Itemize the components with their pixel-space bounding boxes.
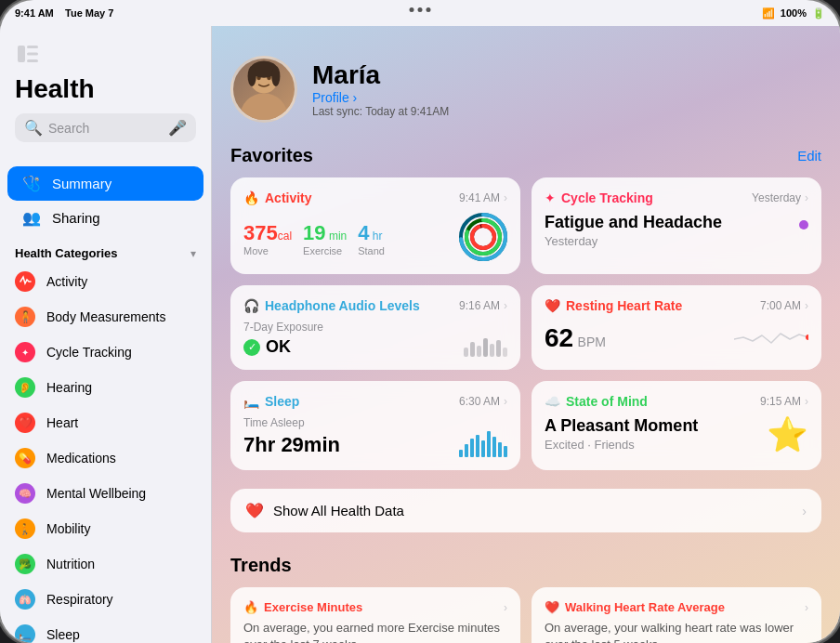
category-respiratory[interactable]: 🫁 Respiratory (0, 582, 211, 617)
category-heart[interactable]: ❤️ Heart (0, 405, 211, 440)
category-body[interactable]: 🧍 Body Measurements (0, 299, 211, 335)
activity-card[interactable]: 🔥 Activity 9:41 AM › (230, 177, 520, 274)
respiratory-label: Respiratory (46, 592, 113, 607)
category-hearing[interactable]: 👂 Hearing (0, 370, 211, 405)
bar7 (503, 348, 507, 357)
bpm-display: 62 BPM (545, 323, 606, 353)
category-nutrition[interactable]: 🥦 Nutrition (0, 546, 211, 582)
heart-rate-title: Resting Heart Rate (566, 298, 682, 313)
exercise-trend-header: 🔥 Exercise Minutes › (243, 600, 507, 614)
ok-text: OK (266, 337, 291, 357)
category-medications[interactable]: 💊 Medications (0, 440, 211, 476)
stand-metric: 4 hr Stand (358, 221, 385, 256)
heart-icon: ❤️ (15, 413, 35, 433)
activity-card-title: Activity (265, 190, 312, 205)
sidebar-icon-row (15, 41, 196, 67)
sleep-sub-label: Time Asleep (243, 416, 340, 429)
hearing-icon: 👂 (15, 377, 35, 398)
bar6 (496, 340, 501, 357)
svg-point-4 (240, 93, 287, 120)
category-sleep[interactable]: 🛏️ Sleep (0, 617, 211, 643)
status-time: 9:41 AM (15, 7, 54, 19)
exercise-trend-card[interactable]: 🔥 Exercise Minutes › On average, you ear… (230, 587, 520, 643)
headphone-card[interactable]: 🎧 Headphone Audio Levels 9:16 AM › 7-Day… (230, 285, 520, 370)
sleep-card[interactable]: 🛏️ Sleep 6:30 AM › Time Asleep (230, 381, 520, 470)
cycle-dot (799, 220, 808, 230)
sidebar: Health 🔍 Search 🎤 🩺 Summary 👥 Sharing He… (0, 26, 212, 643)
sleep-card-header: 🛏️ Sleep 6:30 AM › (243, 394, 507, 409)
ok-badge: ✓ OK (243, 337, 323, 357)
state-of-mind-header: ☁️ State of Mind 9:15 AM › (545, 394, 808, 409)
status-date: Tue May 7 (65, 7, 113, 19)
profile-link[interactable]: Profile › (312, 90, 449, 105)
cycle-card-header: ✦ Cycle Tracking Yesterday › (545, 190, 808, 205)
svg-rect-2 (27, 53, 38, 56)
cycle-label: Cycle Tracking (46, 345, 132, 360)
headphone-content: 7-Day Exposure ✓ OK (243, 321, 507, 357)
headphone-bars (464, 329, 507, 357)
sleep-minutes: 29 (281, 433, 303, 456)
category-mental[interactable]: 🧠 Mental Wellbeing (0, 476, 211, 511)
device-frame: 9:41 AM Tue May 7 📶 100% 🔋 (0, 0, 840, 643)
heart-rate-card[interactable]: ❤️ Resting Heart Rate 7:00 AM › 62 (532, 285, 821, 370)
nutrition-label: Nutrition (46, 557, 95, 571)
cycle-card-time: Yesterday (752, 191, 801, 204)
cycle-chevron: › (805, 191, 808, 204)
heart-rate-chevron: › (805, 299, 808, 312)
pleasant-sub: Excited · Friends (545, 438, 698, 452)
bar5 (490, 344, 494, 357)
category-activity[interactable]: Activity (0, 264, 211, 299)
mic-icon[interactable]: 🎤 (168, 119, 187, 137)
sidebar-toggle-icon[interactable] (15, 41, 41, 67)
edit-button[interactable]: Edit (797, 148, 821, 164)
heart-rate-trend-card[interactable]: ❤️ Walking Heart Rate Average › On avera… (532, 587, 821, 643)
sleep-icon: 🛏️ (15, 624, 35, 643)
state-of-mind-card[interactable]: ☁️ State of Mind 9:15 AM › A Pleasant Mo… (532, 381, 821, 470)
heart-rate-time: 7:00 AM (760, 299, 801, 312)
svg-rect-1 (27, 46, 38, 48)
activity-title-row: 🔥 Activity (243, 190, 312, 205)
svg-point-17 (472, 226, 494, 248)
cycle-tracking-card[interactable]: ✦ Cycle Tracking Yesterday › Fatigue and… (532, 177, 821, 274)
category-cycle[interactable]: ✦ Cycle Tracking (0, 335, 211, 370)
body-icon: 🧍 (15, 307, 35, 327)
summary-label: Summary (52, 176, 112, 191)
move-value: 375 (243, 221, 278, 244)
sleep-hours: 7 (243, 433, 255, 456)
heart-rate-trend-desc: On average, your walking heart rate was … (545, 620, 808, 643)
sleep-card-time: 6:30 AM (459, 395, 500, 408)
star-icon: ⭐ (767, 418, 808, 452)
app-layout: Health 🔍 Search 🎤 🩺 Summary 👥 Sharing He… (0, 26, 840, 643)
stand-label: Stand (358, 245, 385, 256)
svg-point-10 (248, 66, 256, 86)
main-content: María Profile › Last sync: Today at 9:41… (212, 26, 840, 643)
heart-label: Heart (46, 415, 78, 430)
trends-section-header: Trends (230, 555, 821, 576)
sidebar-top: Health 🔍 Search 🎤 (0, 41, 211, 166)
search-bar[interactable]: 🔍 Search 🎤 (15, 113, 196, 142)
exercise-trend-desc: On average, you earned more Exercise min… (243, 620, 507, 643)
battery-icon: 🔋 (812, 7, 825, 20)
summary-icon: 🩺 (22, 175, 41, 192)
show-all-row[interactable]: ❤️ Show All Health Data › (230, 489, 821, 532)
sidebar-item-summary[interactable]: 🩺 Summary (7, 166, 203, 201)
profile-sync: Last sync: Today at 9:41AM (312, 105, 449, 118)
status-time-date: 9:41 AM Tue May 7 (15, 7, 113, 19)
category-mobility[interactable]: 🚶 Mobility (0, 511, 211, 546)
exercise-trend-title: Exercise Minutes (264, 600, 362, 614)
sidebar-item-sharing[interactable]: 👥 Sharing (7, 201, 203, 235)
main-scroll: María Profile › Last sync: Today at 9:41… (212, 26, 840, 643)
hearing-label: Hearing (46, 380, 92, 395)
sleep-content: Time Asleep 7hr 29min (243, 416, 507, 457)
sharing-icon: 👥 (22, 209, 41, 227)
move-unit: cal (278, 230, 292, 243)
activity-chevron: › (504, 191, 507, 204)
activity-metrics-row: 375cal Move 19 min Exercise (243, 213, 507, 261)
svg-point-11 (271, 66, 280, 86)
medications-icon: 💊 (15, 448, 35, 468)
top-dots (410, 7, 431, 12)
move-label: Move (243, 245, 292, 256)
sleep-time-value: 7hr 29min (243, 433, 340, 457)
state-chevron: › (805, 395, 808, 408)
mental-label: Mental Wellbeing (46, 486, 146, 501)
